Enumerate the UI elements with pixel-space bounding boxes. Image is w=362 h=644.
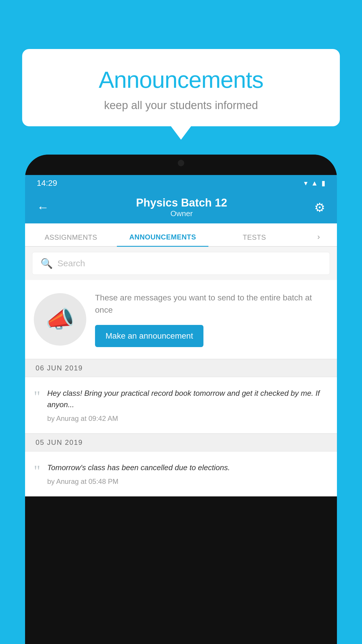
tab-more[interactable]: › — [300, 232, 337, 246]
signal-icon: ▲ — [311, 179, 318, 187]
battery-icon: ▮ — [321, 179, 325, 187]
empty-description: These are messages you want to send to t… — [95, 292, 328, 316]
tab-announcements[interactable]: ANNOUNCEMENTS — [117, 233, 209, 247]
announcement-item-2: " Tomorrow's class has been cancelled du… — [25, 452, 337, 496]
announcement-icon-circle: 📣 — [34, 293, 86, 346]
app-content: 🔍 Search 📣 These are messages you want t… — [25, 247, 337, 496]
status-bar: 14:29 ▾ ▲ ▮ — [25, 175, 337, 191]
empty-state: 📣 These are messages you want to send to… — [25, 280, 337, 359]
date-separator-1: 06 JUN 2019 — [25, 359, 337, 377]
announcement-meta-1: by Anurag at 09:42 AM — [47, 414, 328, 423]
search-bar[interactable]: 🔍 Search — [32, 252, 330, 275]
search-bar-container: 🔍 Search — [25, 247, 337, 280]
search-placeholder: Search — [57, 258, 85, 268]
status-icons: ▾ ▲ ▮ — [304, 179, 325, 187]
make-announcement-button[interactable]: Make an announcement — [95, 325, 203, 347]
app-header: ← Physics Batch 12 Owner ⚙ — [25, 191, 337, 223]
bubble-subtitle: keep all your students informed — [37, 99, 325, 112]
speech-bubble: Announcements keep all your students inf… — [22, 49, 340, 126]
phone-frame: 14:29 ▾ ▲ ▮ ← Physics Batch 12 Owner ⚙ A… — [25, 155, 337, 644]
announcement-text-2: Tomorrow's class has been cancelled due … — [47, 462, 328, 473]
camera-dot — [178, 160, 184, 166]
status-time: 14:29 — [37, 178, 57, 188]
announcement-text-area-2: Tomorrow's class has been cancelled due … — [47, 462, 328, 486]
tab-assignments[interactable]: ASSIGNMENTS — [25, 233, 117, 246]
tab-tests[interactable]: TESTS — [208, 233, 300, 246]
header-title: Physics Batch 12 — [136, 197, 227, 209]
announcement-meta-2: by Anurag at 05:48 PM — [47, 477, 328, 486]
back-button[interactable]: ← — [37, 200, 49, 214]
gear-icon[interactable]: ⚙ — [314, 200, 325, 215]
phone-screen: 14:29 ▾ ▲ ▮ ← Physics Batch 12 Owner ⚙ A… — [25, 175, 337, 496]
wifi-icon: ▾ — [304, 179, 307, 187]
phone-notch-area — [25, 155, 337, 175]
tab-bar: ASSIGNMENTS ANNOUNCEMENTS TESTS › — [25, 223, 337, 247]
quote-icon-2: " — [34, 463, 40, 479]
empty-text-area: These are messages you want to send to t… — [95, 292, 328, 347]
bubble-title: Announcements — [37, 66, 325, 93]
megaphone-icon: 📣 — [45, 306, 75, 333]
search-icon: 🔍 — [41, 258, 53, 269]
header-subtitle: Owner — [136, 209, 227, 218]
phone-notch — [164, 155, 198, 169]
announcement-text-1: Hey class! Bring your practical record b… — [47, 388, 328, 410]
quote-icon-1: " — [34, 389, 40, 405]
date-separator-2: 05 JUN 2019 — [25, 433, 337, 452]
announcement-text-area-1: Hey class! Bring your practical record b… — [47, 388, 328, 423]
header-title-area: Physics Batch 12 Owner — [136, 197, 227, 218]
announcement-item-1: " Hey class! Bring your practical record… — [25, 377, 337, 433]
